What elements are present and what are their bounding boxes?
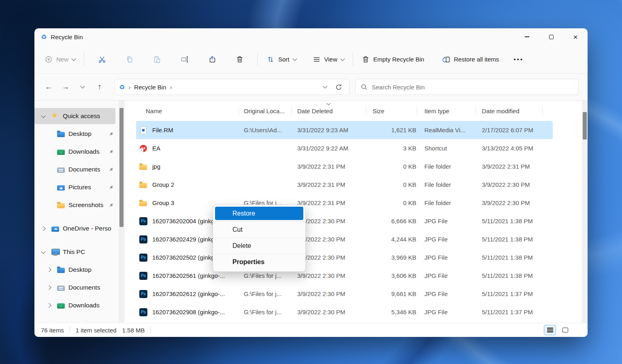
restore-all-items-label: Restore all items	[454, 56, 499, 63]
file-row[interactable]: 1620736202908 (ginkgo-... G:\Files for j…	[136, 303, 553, 321]
column-header[interactable]: Size	[366, 106, 417, 116]
sidebar-item[interactable]: Downloads	[34, 143, 126, 161]
file-item-type: File folder	[417, 163, 476, 170]
sidebar-item[interactable]: This PC	[34, 243, 126, 261]
close-button[interactable]: ×	[563, 28, 588, 45]
window-body: Quick access Desktop Downloads	[34, 100, 588, 323]
file-row[interactable]: 1620736202561 (ginkgo-... G:\Files for j…	[136, 267, 553, 285]
file-item-type: JPG File	[417, 236, 476, 243]
cut-button[interactable]	[88, 52, 116, 67]
file-name: 1620736202908 (ginkgo-...	[152, 309, 225, 315]
file-date-deleted: 3/31/2022 9:23 AM	[292, 127, 366, 133]
file-list-scrollbar-thumb[interactable]	[583, 112, 587, 140]
sidebar-item-icon	[57, 284, 65, 292]
file-date-deleted: 3/9/2022 2:30 PM	[292, 290, 366, 297]
file-name: Group 3	[152, 199, 174, 206]
file-row[interactable]: Group 2 3/9/2022 2:31 PM 0 KB File folde…	[136, 176, 553, 194]
rename-button[interactable]	[171, 52, 198, 67]
sidebar-scrollbar-thumb[interactable]	[119, 108, 124, 227]
empty-recycle-bin-button[interactable]: Empty Recycle Bin	[357, 52, 429, 67]
details-view-button[interactable]	[544, 325, 556, 335]
file-row[interactable]: File.RM G:\Users\Ad... 3/31/2022 9:23 AM…	[136, 121, 553, 139]
sidebar-item[interactable]: Quick access	[34, 107, 126, 125]
sidebar-item-icon	[57, 165, 65, 174]
context-menu-item[interactable]: Cut	[213, 221, 305, 237]
file-row[interactable]: Group 3 G:\Files for j... 3/9/2022 2:31 …	[136, 194, 553, 212]
sidebar-item[interactable]: OneDrive - Perso	[34, 220, 126, 237]
expand-chevron-icon[interactable]	[45, 268, 53, 271]
column-header-label: Size	[373, 108, 384, 114]
delete-button[interactable]	[226, 52, 253, 67]
column-header[interactable]: Date modified	[476, 106, 543, 116]
expand-chevron-icon[interactable]	[39, 227, 47, 230]
window-title: Recycle Bin	[51, 34, 83, 40]
column-header[interactable]: Date Deleted	[292, 106, 366, 116]
up-button[interactable]: ↑	[91, 79, 108, 95]
file-original-location: G:\Files for j...	[239, 272, 292, 279]
address-dropdown-icon[interactable]	[323, 84, 327, 88]
window-controls: ×	[515, 28, 588, 45]
column-header[interactable]: Item type	[417, 106, 476, 116]
recycle-bin-icon: ♻	[119, 83, 125, 91]
minimize-button[interactable]	[515, 28, 539, 45]
file-list-scrollbar[interactable]	[582, 101, 588, 323]
copy-button[interactable]	[116, 52, 143, 67]
file-item-type: File folder	[417, 199, 476, 206]
forward-button[interactable]: →	[57, 79, 74, 95]
sidebar-item[interactable]: Documents	[34, 161, 126, 178]
pin-icon	[109, 131, 114, 137]
file-row[interactable]: jpg 3/9/2022 2:31 PM 0 KB File folder 3/…	[136, 157, 553, 176]
sidebar-item[interactable]: Desktop	[34, 261, 126, 279]
sidebar-item-label: Screenshots	[68, 201, 103, 209]
sidebar-item[interactable]: Documents	[34, 279, 126, 296]
view-button[interactable]: View	[308, 52, 349, 67]
search-input[interactable]	[372, 84, 573, 91]
expand-chevron-icon[interactable]	[45, 168, 53, 171]
refresh-icon[interactable]	[335, 83, 343, 91]
expand-chevron-icon[interactable]	[45, 186, 53, 189]
expand-chevron-icon[interactable]	[45, 203, 53, 207]
column-header-label: Name	[146, 108, 162, 114]
column-headers: Name Original Loca... Date Deleted Size	[136, 101, 571, 121]
restore-all-items-button[interactable]: Restore all items	[438, 52, 504, 67]
expand-chevron-icon[interactable]	[39, 115, 47, 117]
context-menu-item[interactable]: Properties	[213, 254, 305, 270]
recent-locations-button[interactable]	[74, 79, 91, 95]
more-options-button[interactable]: •••	[509, 52, 528, 66]
sidebar-item[interactable]: Downloads	[34, 296, 126, 314]
file-row[interactable]: 1620736202004 (ginkgo-... G:\Files for j…	[136, 212, 553, 230]
breadcrumb-recycle-bin[interactable]: Recycle Bin	[134, 84, 166, 91]
file-row[interactable]: 1620736202429 (ginkgo-... G:\Files for j…	[136, 230, 553, 248]
column-header[interactable]: Original Loca...	[239, 106, 292, 116]
desktop-wallpaper: ♻ Recycle Bin × New	[0, 0, 622, 364]
search-box[interactable]	[355, 79, 579, 95]
sort-button[interactable]: Sort	[262, 52, 301, 67]
expand-chevron-icon[interactable]	[45, 150, 53, 153]
context-menu-item[interactable]: Restore	[215, 207, 303, 220]
sidebar-item[interactable]: Pictures	[34, 178, 126, 196]
maximize-button[interactable]	[539, 28, 563, 45]
file-row[interactable]: 1620736202612 (ginkgo-... G:\Files for j…	[136, 285, 553, 303]
context-menu-item[interactable]: Delete	[213, 237, 305, 254]
expand-chevron-icon[interactable]	[45, 286, 53, 289]
paste-button[interactable]	[143, 52, 171, 67]
address-bar[interactable]: ♻ › Recycle Bin ›	[115, 79, 349, 95]
back-button[interactable]: ←	[40, 79, 57, 95]
column-header[interactable]: Name	[136, 106, 239, 116]
sidebar-item-icon	[51, 112, 60, 120]
expand-chevron-icon[interactable]	[45, 132, 53, 135]
expand-chevron-icon[interactable]	[39, 251, 47, 253]
sidebar-scrollbar[interactable]	[119, 101, 124, 323]
new-button[interactable]: New	[40, 52, 80, 67]
sidebar-item[interactable]: Desktop	[34, 125, 126, 143]
expand-chevron-icon[interactable]	[45, 304, 53, 307]
large-icons-view-button[interactable]	[559, 325, 571, 335]
file-row[interactable]: 1620736202502 (ginkgo-... G:\Files for j…	[136, 248, 553, 267]
file-item-type: JPG File	[417, 309, 476, 315]
sidebar-item[interactable]: Screenshots	[34, 196, 126, 214]
file-row[interactable]: EA 3/31/2022 9:22 AM 3 KB Shortcut 3/13/…	[136, 139, 553, 157]
sidebar-item-label: OneDrive - Perso	[63, 225, 111, 232]
selection-count: 1 item selected	[76, 327, 117, 334]
share-button[interactable]	[198, 52, 226, 67]
file-original-location: G:\Files for j...	[239, 290, 292, 297]
